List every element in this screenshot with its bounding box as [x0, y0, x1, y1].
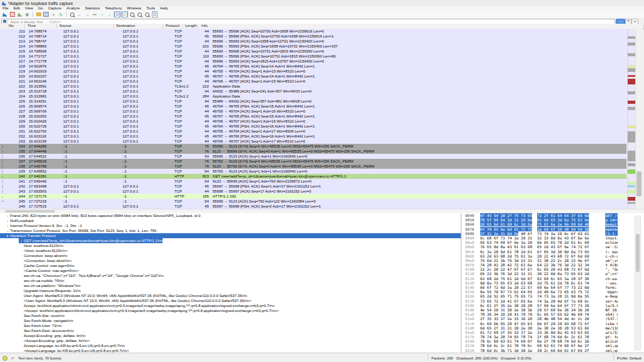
zoom-out-icon[interactable]: [136, 11, 143, 18]
column-header-no[interactable]: No.: [0, 24, 25, 29]
hex-row[interactable]: 01300d 0a 73 65 63 2d 63 682d 75 61 2d 7…: [461, 281, 644, 285]
packet-row[interactable]: 22315.313718127.0.0.1127.0.0.1TCP4464032…: [0, 89, 626, 94]
hex-row[interactable]: 00a065 63 74 69 6f 6e 3a 206b 65 65 70 2…: [461, 240, 644, 244]
packet-row[interactable]: └24517.727215::1::1TCP6455699 → 9123 [AC…: [0, 199, 626, 204]
hex-row[interactable]: 005070 5f 69 64 3d 31 26 6e61 6d 65 3d 6…: [461, 218, 644, 222]
packet-row[interactable]: │23817.645786::1::1TCP769123 → 55700 [SY…: [0, 164, 626, 169]
bytes-scroll-thumb[interactable]: [636, 234, 640, 273]
menu-edit[interactable]: Edit: [11, 6, 23, 11]
detail-row[interactable]: <User-Agent: Mozilla/5.0 (Windows NT 10.…: [0, 298, 461, 303]
detail-row[interactable]: ▾Hypertext Transfer Protocol: [0, 233, 461, 238]
go-forward-icon[interactable]: →: [84, 11, 91, 18]
hex-row[interactable]: 021078 6d 6c 2c 61 70 70 6c69 63 61 74 6…: [461, 343, 644, 348]
detail-row[interactable]: Sec-Fetch-User: ?1\r\n: [0, 323, 461, 328]
hex-row[interactable]: 01806c 61 2f 35 2e 30 20 2857 69 6e 64 6…: [461, 303, 644, 308]
packet-row[interactable]: ┌23417.644286::1::1TCP7655699 → 9123 [SY…: [0, 144, 626, 149]
column-header-source[interactable]: Source: [57, 24, 114, 29]
go-first-icon[interactable]: ↑: [99, 11, 106, 18]
expand-arrow-icon[interactable]: ›: [19, 238, 24, 243]
detail-row[interactable]: <Accept-Encoding: gzip, deflate, br\r\n>: [0, 338, 461, 343]
menu-wireless[interactable]: Wireless: [124, 6, 144, 11]
packet-row[interactable]: │23717.645615::1::1TCP7655700 → 9123 [SY…: [0, 159, 626, 164]
go-back-icon[interactable]: ←: [76, 11, 83, 18]
display-filter-input[interactable]: [8, 19, 615, 24]
hex-row[interactable]: 01c06c 69 6b 65 20 47 65 636b 6f 29 20 4…: [461, 321, 644, 326]
detail-row[interactable]: <Connection: keep-alive\r\n>: [0, 258, 461, 263]
column-header-protocol[interactable]: Protocol: [163, 24, 183, 29]
packet-row[interactable]: 22715.909706127.0.0.1127.0.0.1TCP4449705…: [0, 109, 626, 114]
hex-row[interactable]: 01b02f 35 33 37 2e 33 36 2028 4b 48 54 4…: [461, 316, 644, 321]
menu-go[interactable]: Go: [36, 6, 46, 11]
packet-row[interactable]: │23617.644522::1::1TCP6455699 → 9123 [AC…: [0, 154, 626, 159]
detail-row[interactable]: Cache-Control: max-age=0\r\n: [0, 263, 461, 268]
hex-row[interactable]: 01e061 72 69 2f 35 33 37 2e33 36 0d 0a 4…: [461, 330, 644, 334]
detail-row[interactable]: Sec-Fetch-Mode: navigate\r\n: [0, 318, 461, 323]
packet-row[interactable]: 21514.768908127.0.0.1127.0.0.1TCP4455693…: [0, 49, 626, 54]
hex-row[interactable]: 01904e 54 20 31 30 2e 30 3b20 57 69 6e 3…: [461, 308, 644, 312]
hex-row[interactable]: 004047 45 54 20 2f 75 73 6572 2f 61 64 6…: [461, 213, 644, 218]
detail-row[interactable]: sec-ch-ua-platform: "Windows"\r\n: [0, 283, 461, 288]
detail-row[interactable]: <Accept-Language: ko-KR,ko;q=0.9,en-US;q…: [0, 348, 461, 353]
packet-row[interactable]: 21614.771727127.0.0.1127.0.0.1TCP1105569…: [0, 54, 626, 59]
detail-row[interactable]: Host: localhost:9123\r\n: [0, 243, 461, 248]
hex-row[interactable]: 01500a 55 70 67 72 61 64 652d 49 6e 73 6…: [461, 289, 644, 294]
hex-row[interactable]: 022078 6d 6c 3b 71 3d 30 2e39 2c 69 6d 6…: [461, 348, 644, 353]
detail-row[interactable]: ›GET /user/add?emp_id=1&name=juan&email=…: [0, 238, 461, 243]
packet-row[interactable]: 22014.902207127.0.0.1127.0.0.1TCP4549707…: [0, 74, 626, 79]
hex-row[interactable]: 011065 22 3b 76 3d 22 31 3130 22 0d 0a 7…: [461, 271, 644, 276]
menu-file[interactable]: File: [0, 6, 11, 11]
packet-row[interactable]: 23116.922793127.0.0.1127.0.0.1TCP4449705…: [0, 129, 626, 134]
packet-row[interactable]: 21914.901919127.0.0.1127.0.0.1TCP4449705…: [0, 69, 626, 74]
hex-row[interactable]: 00706f 70 65 6e 6d 61 72 752e 69 6f 20 4…: [461, 227, 644, 231]
column-header-destination[interactable]: Destination: [114, 24, 163, 29]
zoom-in-icon[interactable]: [129, 11, 136, 18]
packet-row[interactable]: 22815.910353127.0.0.1127.0.0.1TCP4549707…: [0, 114, 626, 119]
restart-capture-icon[interactable]: [16, 11, 23, 18]
menu-statistics[interactable]: Statistics: [83, 6, 103, 11]
close-file-icon[interactable]: ×: [50, 11, 57, 18]
detail-row[interactable]: ›Internet Protocol Version 6, Src: ::1, …: [0, 223, 461, 228]
hex-row[interactable]: 020070 6c 69 63 61 74 69 6f6e 2f 78 68 7…: [461, 339, 644, 343]
hex-row[interactable]: 01f070 74 3a 20 74 65 78 742f 68 74 6d 6…: [461, 334, 644, 339]
column-header-time[interactable]: Time: [25, 24, 57, 29]
detail-row[interactable]: User-Agent: Mozilla/5.0 (Windows NT 10.0…: [0, 293, 461, 298]
expand-arrow-icon[interactable]: ›: [5, 228, 10, 233]
detail-row[interactable]: sec-ch-ua-mobile: ?0\r\n: [0, 278, 461, 283]
detail-row[interactable]: <Accept: text/html,application/xhtml+xml…: [0, 308, 461, 313]
packet-list-hscroll-thumb[interactable]: [5, 210, 55, 213]
hex-row[interactable]: 00f074 20 41 28 42 72 61 6e64 22 3b 76 3…: [461, 263, 644, 267]
packet-row[interactable]: 23216.923118127.0.0.1127.0.0.1TCP4549707…: [0, 134, 626, 139]
detail-row[interactable]: ›Frame 240: 823 bytes on wire (6584 bits…: [0, 213, 461, 218]
hex-row[interactable]: 017073 65 72 2d 41 67 65 6e74 3a 20 4d 6…: [461, 299, 644, 303]
start-capture-icon[interactable]: [1, 11, 8, 18]
resize-columns-icon[interactable]: [151, 11, 158, 18]
detail-row[interactable]: Connection: keep-alive\r\n: [0, 253, 461, 258]
packet-row[interactable]: │23517.644449::1::1TCP769123 → 55699 [SY…: [0, 149, 626, 154]
packet-row[interactable]: 22915.910426127.0.0.1127.0.0.1TCP4449706…: [0, 119, 626, 124]
hex-row[interactable]: 012063 68 2d 75 61 2d 6d 6f62 69 6c 65 3…: [461, 276, 644, 281]
expand-arrow-icon[interactable]: ›: [5, 218, 10, 223]
packet-row[interactable]: 22415.313981127.0.0.1127.0.0.1TLSv1.2284…: [0, 94, 626, 99]
intelligent-scrollbar-minimap[interactable]: [627, 29, 635, 209]
open-file-icon[interactable]: [35, 11, 42, 18]
packet-row[interactable]: 24617.727515127.0.0.1127.0.0.1TCP4555697…: [0, 204, 626, 209]
detail-row[interactable]: ›Transmission Control Protocol, Src Port…: [0, 228, 461, 233]
hex-row[interactable]: 00802f 31 2e 31 0d 0a 48 6f73 74 3a 20 6…: [461, 231, 644, 236]
column-header-length[interactable]: Length: [183, 24, 198, 29]
menu-help[interactable]: Help: [158, 6, 170, 11]
detail-row[interactable]: ›Null/Loopback: [0, 218, 461, 223]
expert-info-icon[interactable]: [3, 356, 8, 361]
expand-arrow-icon[interactable]: ›: [5, 213, 10, 218]
packet-row[interactable]: 23316.923159127.0.0.1127.0.0.1TCP4449706…: [0, 139, 626, 144]
expand-arrow-icon[interactable]: ▾: [5, 233, 10, 238]
colorize-toggle-icon[interactable]: [121, 11, 128, 18]
reload-icon[interactable]: ↻: [58, 11, 64, 18]
packet-row[interactable]: │24117.646440::1::1TCP649123 → 55699 [AC…: [0, 179, 626, 184]
packet-row[interactable]: 21314.768747127.0.0.1127.0.0.1TCP4455696…: [0, 39, 626, 44]
hex-row[interactable]: 014066 6f 72 6d 3a 20 22 5769 6e 64 6f 7…: [461, 285, 644, 289]
zoom-reset-icon[interactable]: [144, 11, 151, 18]
packet-row[interactable]: 22114.902246127.0.0.1127.0.0.1TCP4449706…: [0, 79, 626, 84]
detail-row[interactable]: <Host: localhost:9123\r\n>: [0, 248, 461, 253]
hex-row[interactable]: 01d06d 65 2f 31 31 30 2e 302e 30 2e 30 2…: [461, 326, 644, 330]
find-packet-icon[interactable]: [69, 11, 76, 18]
